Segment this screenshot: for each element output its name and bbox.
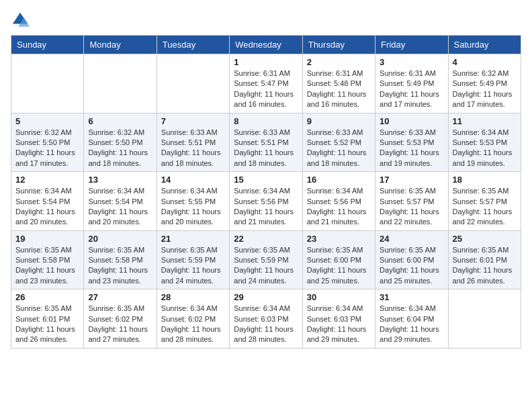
day-number: 7 [161,116,225,126]
day-of-week-header: Friday [375,36,448,54]
calendar-cell: 3Sunrise: 6:31 AM Sunset: 5:49 PM Daylig… [375,54,448,113]
day-info: Sunrise: 6:32 AM Sunset: 5:50 PM Dayligh… [15,128,79,169]
day-number: 28 [161,292,225,302]
day-number: 16 [307,175,371,185]
logo [11,11,32,30]
day-info: Sunrise: 6:32 AM Sunset: 5:50 PM Dayligh… [88,128,152,169]
day-number: 15 [234,175,298,185]
day-info: Sunrise: 6:32 AM Sunset: 5:49 PM Dayligh… [453,68,517,110]
day-info: Sunrise: 6:31 AM Sunset: 5:49 PM Dayligh… [380,68,443,110]
day-number: 18 [453,175,517,185]
day-info: Sunrise: 6:34 AM Sunset: 6:03 PM Dayligh… [234,304,298,345]
day-number: 8 [234,116,298,126]
day-number: 10 [380,116,443,126]
day-number: 4 [453,57,517,67]
calendar-cell: 25Sunrise: 6:35 AM Sunset: 6:01 PM Dayli… [448,230,521,289]
day-of-week-header: Tuesday [157,36,229,54]
day-info: Sunrise: 6:35 AM Sunset: 5:58 PM Dayligh… [15,245,79,287]
day-number: 6 [88,116,152,126]
calendar-cell: 19Sunrise: 6:35 AM Sunset: 5:58 PM Dayli… [11,230,84,289]
calendar-table: SundayMondayTuesdayWednesdayThursdayFrid… [11,35,521,349]
calendar-week-row: 19Sunrise: 6:35 AM Sunset: 5:58 PM Dayli… [11,230,521,289]
calendar-week-row: 5Sunrise: 6:32 AM Sunset: 5:50 PM Daylig… [11,113,521,172]
day-info: Sunrise: 6:34 AM Sunset: 5:55 PM Dayligh… [161,186,225,228]
day-number: 19 [15,234,79,244]
day-number: 12 [15,175,79,185]
calendar-cell: 6Sunrise: 6:32 AM Sunset: 5:50 PM Daylig… [84,113,157,172]
day-info: Sunrise: 6:33 AM Sunset: 5:51 PM Dayligh… [234,128,298,169]
day-of-week-header: Thursday [302,36,375,54]
day-number: 5 [15,116,79,126]
day-info: Sunrise: 6:31 AM Sunset: 5:47 PM Dayligh… [234,68,298,110]
day-number: 30 [307,292,371,302]
calendar-cell: 7Sunrise: 6:33 AM Sunset: 5:51 PM Daylig… [157,113,229,172]
calendar-cell: 22Sunrise: 6:35 AM Sunset: 5:59 PM Dayli… [230,230,302,289]
day-number: 20 [88,234,152,244]
day-info: Sunrise: 6:33 AM Sunset: 5:52 PM Dayligh… [307,128,371,169]
calendar-cell: 18Sunrise: 6:35 AM Sunset: 5:57 PM Dayli… [448,172,521,231]
day-info: Sunrise: 6:34 AM Sunset: 5:54 PM Dayligh… [15,186,79,228]
calendar-cell: 31Sunrise: 6:34 AM Sunset: 6:04 PM Dayli… [375,289,448,349]
calendar-cell: 26Sunrise: 6:35 AM Sunset: 6:01 PM Dayli… [11,289,84,349]
day-number: 22 [234,234,298,244]
day-info: Sunrise: 6:33 AM Sunset: 5:53 PM Dayligh… [380,128,443,169]
calendar-cell: 1Sunrise: 6:31 AM Sunset: 5:47 PM Daylig… [230,54,302,113]
calendar-cell: 14Sunrise: 6:34 AM Sunset: 5:55 PM Dayli… [157,172,229,231]
day-info: Sunrise: 6:35 AM Sunset: 6:01 PM Dayligh… [15,304,79,345]
day-number: 11 [453,116,517,126]
calendar-cell [84,54,157,113]
calendar-week-row: 12Sunrise: 6:34 AM Sunset: 5:54 PM Dayli… [11,172,521,231]
calendar-cell: 12Sunrise: 6:34 AM Sunset: 5:54 PM Dayli… [11,172,84,231]
day-info: Sunrise: 6:34 AM Sunset: 5:54 PM Dayligh… [88,186,152,228]
calendar-cell: 20Sunrise: 6:35 AM Sunset: 5:58 PM Dayli… [84,230,157,289]
day-info: Sunrise: 6:34 AM Sunset: 5:53 PM Dayligh… [453,128,517,169]
day-info: Sunrise: 6:35 AM Sunset: 5:57 PM Dayligh… [453,186,517,228]
calendar-header-row: SundayMondayTuesdayWednesdayThursdayFrid… [11,36,521,54]
day-info: Sunrise: 6:34 AM Sunset: 5:56 PM Dayligh… [307,186,371,228]
day-of-week-header: Wednesday [230,36,302,54]
day-number: 31 [380,292,443,302]
day-info: Sunrise: 6:35 AM Sunset: 5:57 PM Dayligh… [380,186,443,228]
day-number: 27 [88,292,152,302]
day-info: Sunrise: 6:35 AM Sunset: 6:02 PM Dayligh… [88,304,152,345]
page-header [11,11,521,30]
calendar-cell: 2Sunrise: 6:31 AM Sunset: 5:48 PM Daylig… [302,54,375,113]
day-info: Sunrise: 6:34 AM Sunset: 6:04 PM Dayligh… [380,304,443,345]
calendar-cell: 17Sunrise: 6:35 AM Sunset: 5:57 PM Dayli… [375,172,448,231]
day-number: 25 [453,234,517,244]
calendar-cell: 10Sunrise: 6:33 AM Sunset: 5:53 PM Dayli… [375,113,448,172]
calendar-cell: 30Sunrise: 6:34 AM Sunset: 6:03 PM Dayli… [302,289,375,349]
calendar-cell: 21Sunrise: 6:35 AM Sunset: 5:59 PM Dayli… [157,230,229,289]
calendar-cell [11,54,84,113]
calendar-cell: 13Sunrise: 6:34 AM Sunset: 5:54 PM Dayli… [84,172,157,231]
day-number: 1 [234,57,298,67]
day-number: 29 [234,292,298,302]
day-number: 9 [307,116,371,126]
day-info: Sunrise: 6:35 AM Sunset: 5:59 PM Dayligh… [161,245,225,287]
calendar-cell: 24Sunrise: 6:35 AM Sunset: 6:00 PM Dayli… [375,230,448,289]
day-of-week-header: Saturday [448,36,521,54]
calendar-cell: 8Sunrise: 6:33 AM Sunset: 5:51 PM Daylig… [230,113,302,172]
day-number: 23 [307,234,371,244]
day-number: 24 [380,234,443,244]
day-number: 17 [380,175,443,185]
calendar-cell: 28Sunrise: 6:34 AM Sunset: 6:02 PM Dayli… [157,289,229,349]
calendar-cell: 23Sunrise: 6:35 AM Sunset: 6:00 PM Dayli… [302,230,375,289]
logo-icon [11,11,30,30]
day-number: 26 [15,292,79,302]
calendar-cell: 29Sunrise: 6:34 AM Sunset: 6:03 PM Dayli… [230,289,302,349]
day-number: 3 [380,57,443,67]
calendar-cell: 5Sunrise: 6:32 AM Sunset: 5:50 PM Daylig… [11,113,84,172]
day-info: Sunrise: 6:35 AM Sunset: 6:00 PM Dayligh… [380,245,443,287]
day-info: Sunrise: 6:35 AM Sunset: 6:00 PM Dayligh… [307,245,371,287]
day-number: 21 [161,234,225,244]
calendar-cell: 9Sunrise: 6:33 AM Sunset: 5:52 PM Daylig… [302,113,375,172]
calendar-cell: 4Sunrise: 6:32 AM Sunset: 5:49 PM Daylig… [448,54,521,113]
calendar-cell [157,54,229,113]
day-info: Sunrise: 6:35 AM Sunset: 6:01 PM Dayligh… [453,245,517,287]
calendar-cell: 27Sunrise: 6:35 AM Sunset: 6:02 PM Dayli… [84,289,157,349]
calendar-cell [448,289,521,349]
calendar-cell: 11Sunrise: 6:34 AM Sunset: 5:53 PM Dayli… [448,113,521,172]
day-number: 2 [307,57,371,67]
day-of-week-header: Monday [84,36,157,54]
